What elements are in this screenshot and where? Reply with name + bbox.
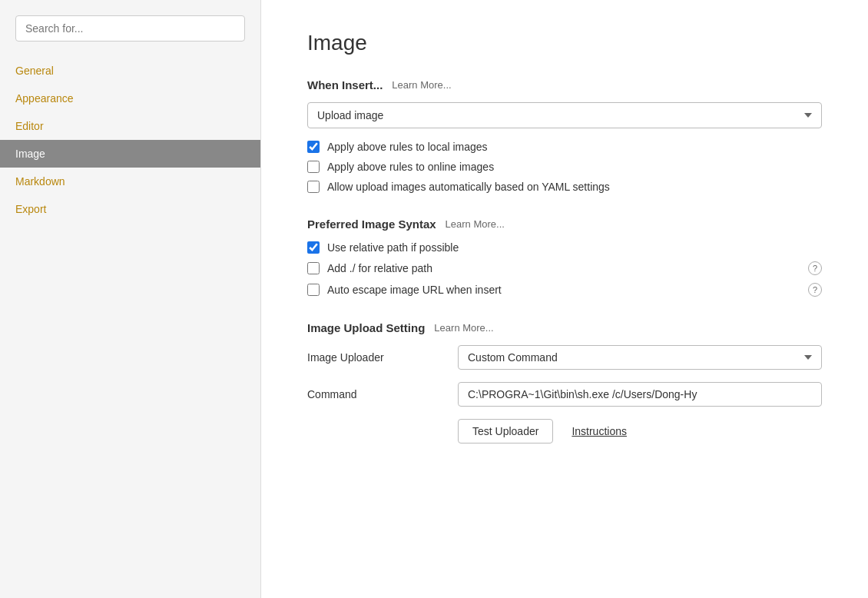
checkbox-relative-path-input[interactable] [307,241,320,254]
preferred-syntax-learn-more[interactable]: Learn More... [446,218,505,230]
when-insert-learn-more[interactable]: Learn More... [392,79,451,91]
checkbox-dot-slash-row: Add ./ for relative path ? [307,261,822,275]
checkbox-relative-path-label: Use relative path if possible [327,241,459,254]
checkbox-escape-url-label: Auto escape image URL when insert [327,284,502,296]
preferred-syntax-header: Preferred Image Syntax Learn More... [307,218,822,231]
sidebar-item-image[interactable]: Image [0,140,260,168]
checkbox-local-images: Apply above rules to local images [307,141,822,153]
search-input[interactable] [15,15,245,42]
checkbox-dot-slash-label: Add ./ for relative path [327,262,432,274]
preferred-syntax-checkboxes: Use relative path if possible Add ./ for… [307,241,822,297]
uploader-label: Image Uploader [307,351,446,364]
checkbox-local-images-input[interactable] [307,141,320,153]
sidebar: General Appearance Editor Image Markdown… [0,0,261,598]
when-insert-title: When Insert... [307,78,383,91]
sidebar-item-editor[interactable]: Editor [0,112,260,140]
checkbox-dot-slash-left: Add ./ for relative path [307,262,432,274]
when-insert-dropdown-wrapper: Upload image Copy to folder Nothing [307,102,822,128]
when-insert-section: When Insert... Learn More... Upload imag… [307,78,822,193]
dot-slash-help-icon[interactable]: ? [808,261,822,275]
checkbox-yaml-images: Allow upload images automatically based … [307,181,822,193]
command-row: Command [307,382,822,407]
checkbox-online-images: Apply above rules to online images [307,161,822,173]
sidebar-item-markdown[interactable]: Markdown [0,168,260,195]
when-insert-header: When Insert... Learn More... [307,78,822,91]
command-input[interactable] [458,382,822,407]
sidebar-item-export[interactable]: Export [0,195,260,223]
checkbox-online-images-label: Apply above rules to online images [327,161,494,173]
checkbox-escape-url-left: Auto escape image URL when insert [307,284,502,296]
search-wrapper [0,15,260,57]
uploader-dropdown[interactable]: Custom Command PicGo PicGo-Core [458,345,822,370]
escape-url-help-icon[interactable]: ? [808,283,822,297]
checkbox-online-images-input[interactable] [307,161,320,173]
checkbox-yaml-images-label: Allow upload images automatically based … [327,181,610,193]
when-insert-dropdown[interactable]: Upload image Copy to folder Nothing [307,102,822,128]
upload-setting-title: Image Upload Setting [307,321,425,334]
checkbox-relative-path: Use relative path if possible [307,241,822,254]
command-value [458,382,822,407]
test-uploader-row: Test Uploader Instructions [458,419,822,444]
main-content: Image When Insert... Learn More... Uploa… [261,0,868,598]
checkbox-local-images-label: Apply above rules to local images [327,141,488,153]
upload-setting-learn-more[interactable]: Learn More... [434,322,493,334]
uploader-value: Custom Command PicGo PicGo-Core [458,345,822,370]
upload-setting-header: Image Upload Setting Learn More... [307,321,822,334]
checkbox-escape-url-input[interactable] [307,284,320,296]
instructions-link[interactable]: Instructions [571,425,627,437]
checkbox-escape-url-row: Auto escape image URL when insert ? [307,283,822,297]
preferred-syntax-section: Preferred Image Syntax Learn More... Use… [307,218,822,297]
sidebar-item-appearance[interactable]: Appearance [0,85,260,112]
upload-setting-section: Image Upload Setting Learn More... Image… [307,321,822,444]
when-insert-checkboxes: Apply above rules to local images Apply … [307,141,822,193]
page-title: Image [307,31,822,55]
uploader-row: Image Uploader Custom Command PicGo PicG… [307,345,822,370]
command-label: Command [307,388,446,400]
preferred-syntax-title: Preferred Image Syntax [307,218,436,231]
checkbox-dot-slash-input[interactable] [307,262,320,274]
sidebar-item-general[interactable]: General [0,57,260,85]
test-uploader-button[interactable]: Test Uploader [458,419,553,444]
checkbox-yaml-images-input[interactable] [307,181,320,193]
